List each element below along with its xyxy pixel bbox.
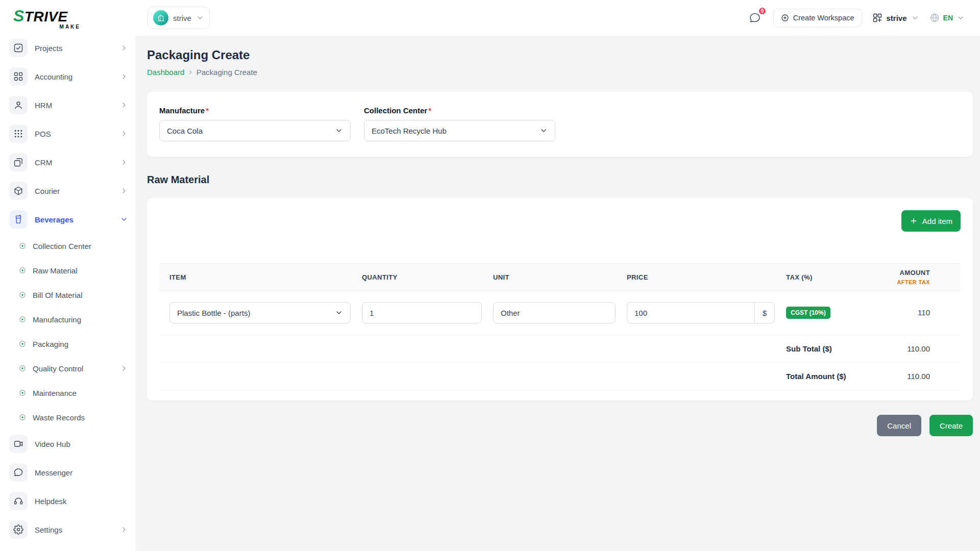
chevron-right-icon	[120, 187, 128, 195]
chevron-down-icon	[335, 309, 343, 317]
workspace-avatar	[153, 10, 168, 26]
cancel-button[interactable]: Cancel	[877, 415, 921, 436]
form-actions: Cancel Create	[147, 415, 973, 436]
header-item: ITEM	[169, 273, 351, 281]
sidebar-item-settings[interactable]: Settings	[9, 517, 128, 542]
table-header: ITEM QUANTITY UNIT PRICE TAX (%) AMOUNT …	[159, 263, 961, 291]
page-title: Packaging Create	[147, 48, 973, 62]
quantity-input[interactable]	[362, 302, 482, 323]
sidebar-item-courier[interactable]: Courier	[9, 179, 128, 203]
collection-center-select[interactable]: EcoTech Recycle Hub	[364, 120, 555, 141]
sidebar-item-helpdesk[interactable]: Helpdesk	[9, 489, 128, 513]
header-amount: AMOUNT AFTER TAX	[853, 269, 950, 285]
manufacture-select[interactable]: Coca Cola	[159, 120, 351, 141]
video-camera-icon	[9, 435, 28, 453]
header-tax: TAX (%)	[786, 273, 842, 281]
plus-circle-icon	[781, 14, 789, 22]
create-button[interactable]: Create	[929, 415, 973, 436]
sidebar-subitem-maintenance[interactable]: Maintenance	[15, 383, 128, 403]
tax-badge: CGST (10%)	[786, 307, 830, 319]
breadcrumb: Dashboard › Packaging Create	[147, 67, 973, 77]
sidebar-subitem-packaging[interactable]: Packaging	[15, 334, 128, 354]
crm-icon	[9, 153, 28, 171]
module-dot-icon	[18, 389, 27, 397]
module-dot-icon	[18, 413, 27, 421]
headset-icon	[9, 492, 28, 510]
subtotal-label: Sub Total ($)	[786, 344, 853, 353]
module-dot-icon	[18, 315, 27, 323]
price-input-group: $	[627, 302, 775, 323]
sidebar-item-projects[interactable]: Projects	[9, 36, 128, 60]
main-area: strive 0 Create Workspace strive EN	[135, 0, 980, 551]
chevron-right-icon	[120, 364, 128, 372]
hrm-icon	[9, 96, 28, 114]
sidebar-item-crm[interactable]: CRM	[9, 150, 128, 174]
sidebar-item-pos[interactable]: POS	[9, 121, 128, 146]
chevron-down-icon	[335, 127, 343, 135]
sidebar-subitem-quality-control[interactable]: Quality Control	[15, 358, 128, 379]
chevron-right-icon	[120, 72, 128, 81]
workspace-selector[interactable]: strive	[148, 7, 210, 29]
brand-logo[interactable]: STRIVE MAKE	[9, 0, 91, 36]
manufacture-field: Manufacture* Coca Cola	[159, 106, 351, 141]
brand-name: STRIVE	[13, 7, 91, 26]
chevron-down-icon	[120, 215, 128, 223]
app-switcher[interactable]: strive	[872, 13, 919, 23]
plus-icon	[910, 217, 918, 225]
chat-button[interactable]: 0	[747, 10, 763, 26]
module-dot-icon	[18, 266, 27, 274]
total-label: Total Amount ($)	[786, 372, 853, 381]
courier-icon	[9, 182, 28, 200]
collection-center-label: Collection Center*	[364, 106, 555, 115]
module-dot-icon	[18, 242, 27, 250]
raw-material-heading: Raw Material	[147, 174, 973, 186]
sidebar-item-video-hub[interactable]: Video Hub	[9, 432, 128, 456]
add-item-button[interactable]: Add item	[901, 210, 961, 232]
topbar: strive 0 Create Workspace strive EN	[135, 0, 980, 36]
collection-center-field: Collection Center* EcoTech Recycle Hub	[364, 106, 555, 141]
module-dot-icon	[18, 364, 27, 372]
chat-count-badge: 0	[758, 7, 767, 15]
table-row: Plastic Bottle - (parts) $	[159, 291, 961, 335]
chevron-right-icon	[120, 101, 128, 109]
sidebar-item-accounting[interactable]: Accounting	[9, 64, 128, 89]
sidebar-item-messenger[interactable]: Messenger	[9, 460, 128, 485]
chevron-right-icon	[120, 158, 128, 166]
total-row: Total Amount ($) 110.00	[159, 363, 961, 390]
sidebar-subitem-manufacturing[interactable]: Manufacturing	[15, 309, 128, 330]
language-code: EN	[943, 14, 953, 22]
price-input[interactable]	[627, 302, 754, 323]
sidebar-subitem-raw-material[interactable]: Raw Material	[15, 260, 128, 281]
chat-bubble-icon	[9, 463, 28, 482]
subtotal-value: 110.00	[853, 344, 950, 353]
sidebar-item-hrm[interactable]: HRM	[9, 93, 128, 117]
chevron-right-icon	[120, 130, 128, 138]
header-quantity: QUANTITY	[362, 273, 482, 281]
required-asterisk: *	[428, 106, 431, 115]
unit-input[interactable]	[493, 302, 616, 323]
create-workspace-button[interactable]: Create Workspace	[773, 9, 862, 27]
currency-suffix: $	[754, 302, 775, 323]
module-dot-icon	[18, 291, 27, 299]
sidebar-item-beverages[interactable]: Beverages	[9, 207, 128, 232]
amount-after-tax-value: 110	[918, 308, 930, 317]
sidebar: STRIVE MAKE Projects Accounting HRM POS …	[0, 0, 135, 551]
sidebar-subitem-waste-records[interactable]: Waste Records	[15, 407, 128, 428]
subtotal-row: Sub Total ($) 110.00	[159, 335, 961, 363]
sidebar-subitem-collection-center[interactable]: Collection Center	[15, 236, 128, 256]
breadcrumb-separator: ›	[189, 67, 191, 77]
sidebar-subitem-bill-of-material[interactable]: Bill Of Material	[15, 285, 128, 305]
item-select[interactable]: Plastic Bottle - (parts)	[169, 302, 351, 323]
required-asterisk: *	[206, 106, 209, 115]
apps-grid-icon	[872, 13, 883, 23]
app-name: strive	[887, 14, 907, 22]
breadcrumb-dashboard-link[interactable]: Dashboard	[147, 68, 184, 77]
manufacture-label: Manufacture*	[159, 106, 351, 115]
sidebar-nav: Projects Accounting HRM POS CRM Courier	[9, 36, 128, 542]
header-price: PRICE	[627, 273, 775, 281]
chevron-down-icon	[540, 127, 548, 135]
language-selector[interactable]: EN	[929, 13, 965, 23]
chevron-right-icon	[120, 44, 128, 52]
chevron-down-icon	[957, 14, 965, 22]
gear-icon	[9, 520, 28, 539]
